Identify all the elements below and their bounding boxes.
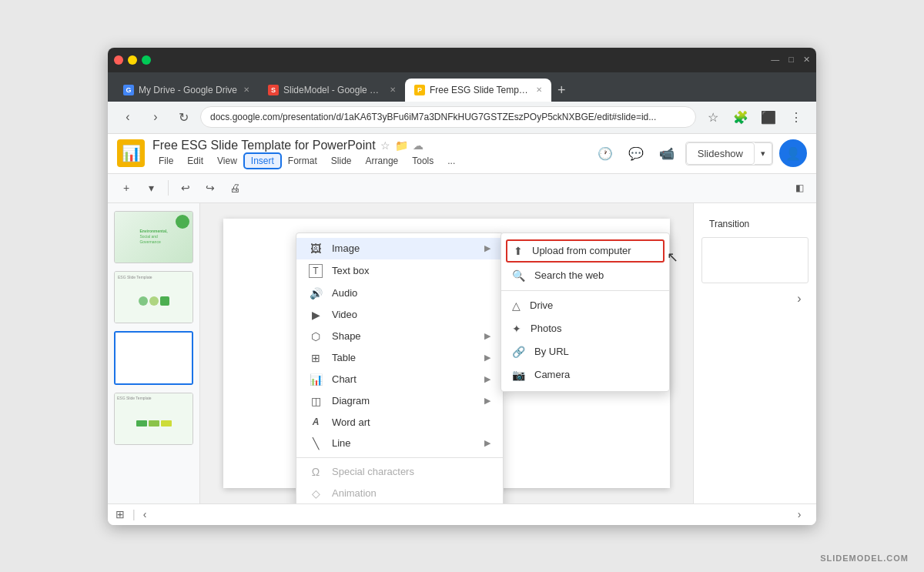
- menu-more[interactable]: ...: [441, 154, 461, 168]
- menu-file[interactable]: File: [152, 154, 179, 168]
- browser-window: — □ ✕ G My Drive - Google Drive ✕ S Slid…: [108, 48, 816, 525]
- insert-menu: 🖼 Image ▶ T Text box 🔊 Audio ▶ Video: [296, 232, 504, 503]
- refresh-button[interactable]: ↻: [172, 106, 194, 128]
- menu-arrange[interactable]: Arrange: [360, 154, 405, 168]
- tab-my-drive[interactable]: G My Drive - Google Drive ✕: [114, 79, 259, 102]
- print-button[interactable]: 🖨: [224, 177, 246, 199]
- slide-1-thumb[interactable]: Environmental, Social and Governance: [114, 211, 193, 263]
- watermark: SLIDEMODEL.COM: [820, 554, 909, 563]
- menu-chart-label: Chart: [332, 373, 475, 385]
- menu-view[interactable]: View: [211, 154, 243, 168]
- forward-button[interactable]: ›: [145, 106, 166, 128]
- menu-bar: File Edit View Insert Format Slide Arran…: [152, 154, 585, 168]
- folder-icon[interactable]: 📁: [395, 139, 408, 152]
- textbox-icon: T: [309, 264, 323, 278]
- upload-label: Upload from computer: [532, 245, 631, 256]
- url-icon: 🔗: [512, 346, 525, 358]
- image-menu-search[interactable]: 🔍 Search the web: [501, 264, 669, 287]
- extensions-button[interactable]: 🧩: [730, 106, 752, 128]
- menu-item-animation[interactable]: ◇ Animation: [296, 483, 503, 503]
- menu-edit[interactable]: Edit: [181, 154, 209, 168]
- share-button[interactable]: 👤: [779, 139, 807, 167]
- close-window-button[interactable]: [114, 55, 123, 65]
- redo-button[interactable]: ↪: [199, 177, 221, 199]
- menu-item-shape[interactable]: ⬡ Shape ▶: [296, 326, 503, 347]
- panel-toggle[interactable]: ◧: [791, 177, 808, 199]
- upload-icon: ⬆: [514, 245, 523, 257]
- menu-item-image[interactable]: 🖼 Image ▶: [296, 238, 503, 259]
- transition-title: Transition: [701, 211, 808, 237]
- menu-item-wordart[interactable]: A Word art: [296, 412, 503, 433]
- menu-item-line[interactable]: ╲ Line ▶: [296, 433, 503, 454]
- present-button[interactable]: 📹: [654, 141, 679, 166]
- grid-view-icon[interactable]: ⊞: [116, 508, 125, 520]
- table-arrow-icon: ▶: [484, 353, 490, 363]
- window-controls: [114, 55, 151, 65]
- win-minimize-icon[interactable]: —: [771, 55, 779, 65]
- slide-3-container: 3: [114, 331, 193, 385]
- right-panel-collapse[interactable]: ›: [790, 289, 808, 308]
- undo-button[interactable]: ↩: [175, 177, 196, 199]
- menu-tools[interactable]: Tools: [406, 154, 440, 168]
- image-menu-upload[interactable]: ⬆ Upload from computer ↖: [506, 239, 665, 263]
- slideshow-button[interactable]: Slideshow: [686, 142, 755, 165]
- minimize-window-button[interactable]: [128, 55, 137, 65]
- tab-bar: G My Drive - Google Drive ✕ S SlideModel…: [108, 72, 816, 102]
- chart-arrow-icon: ▶: [484, 374, 490, 384]
- add-button[interactable]: +: [116, 177, 137, 199]
- image-submenu: ⬆ Upload from computer ↖ 🔍 Search the we…: [500, 232, 670, 392]
- panel-collapse-button[interactable]: ›: [790, 505, 808, 523]
- menu-slide[interactable]: Slide: [325, 154, 358, 168]
- menu-item-audio[interactable]: 🔊 Audio: [296, 283, 503, 304]
- bookmark-button[interactable]: ☆: [702, 106, 724, 128]
- tab-slidemodel[interactable]: S SlideModel - Google Drawings ✕: [259, 79, 405, 102]
- tab-esg-close[interactable]: ✕: [536, 85, 542, 94]
- new-tab-button[interactable]: +: [551, 79, 572, 102]
- cloud-icon[interactable]: ☁: [413, 139, 424, 152]
- maximize-window-button[interactable]: [142, 55, 151, 65]
- url-label: By URL: [534, 346, 569, 357]
- add-dropdown[interactable]: ▾: [140, 177, 162, 199]
- menu-audio-label: Audio: [332, 287, 490, 299]
- win-close-icon[interactable]: ✕: [803, 55, 810, 65]
- wordart-icon: A: [309, 416, 323, 427]
- history-button[interactable]: 🕐: [593, 141, 618, 166]
- tab-esg[interactable]: P Free ESG Slide Template for Pow... ✕: [405, 79, 551, 102]
- title-bar: — □ ✕: [108, 48, 816, 72]
- comments-button[interactable]: 💬: [624, 141, 648, 166]
- menu-item-special-chars[interactable]: Ω Special characters: [296, 461, 503, 483]
- slide-3-thumb[interactable]: [114, 331, 193, 385]
- image-menu-url[interactable]: 🔗 By URL: [501, 340, 669, 363]
- diagram-icon: ◫: [309, 395, 323, 407]
- star-icon[interactable]: ☆: [380, 139, 390, 152]
- bottom-separator: |: [132, 508, 136, 520]
- back-button[interactable]: ‹: [117, 106, 139, 128]
- tab-my-drive-close[interactable]: ✕: [243, 85, 249, 94]
- toolbar-separator-1: [168, 180, 169, 196]
- menu-item-chart[interactable]: 📊 Chart ▶: [296, 369, 503, 390]
- slide-4-container: 4 ESG Slide Template: [114, 393, 193, 445]
- menu-item-textbox[interactable]: T Text box: [296, 259, 503, 283]
- tab-slidemodel-close[interactable]: ✕: [390, 85, 396, 94]
- profile-button[interactable]: ⬛: [758, 106, 779, 128]
- image-menu-camera[interactable]: 📷 Camera: [501, 363, 669, 386]
- more-button[interactable]: ⋮: [785, 106, 807, 128]
- prev-slide-icon[interactable]: ‹: [143, 508, 147, 520]
- menu-shape-label: Shape: [332, 330, 475, 342]
- image-menu-drive[interactable]: △ Drive: [501, 294, 669, 317]
- menu-item-table[interactable]: ⊞ Table ▶: [296, 347, 503, 369]
- image-menu-photos[interactable]: ✦ Photos: [501, 317, 669, 340]
- slide-2-thumb[interactable]: ESG Slide Template: [114, 271, 193, 323]
- menu-item-video[interactable]: ▶ Video: [296, 304, 503, 326]
- toolbar: + ▾ ↩ ↪ 🖨 ◧: [108, 174, 816, 203]
- image-icon: 🖼: [309, 243, 323, 255]
- menu-format[interactable]: Format: [282, 154, 323, 168]
- search-icon: 🔍: [512, 269, 525, 282]
- win-restore-icon[interactable]: □: [788, 55, 794, 65]
- menu-item-diagram[interactable]: ◫ Diagram ▶: [296, 390, 503, 412]
- slideshow-dropdown-button[interactable]: ▾: [755, 142, 772, 165]
- slide-4-thumb[interactable]: ESG Slide Template: [114, 393, 193, 445]
- address-input[interactable]: [200, 106, 696, 128]
- slideshow-button-group: Slideshow ▾: [685, 142, 773, 166]
- menu-insert[interactable]: Insert: [245, 154, 280, 168]
